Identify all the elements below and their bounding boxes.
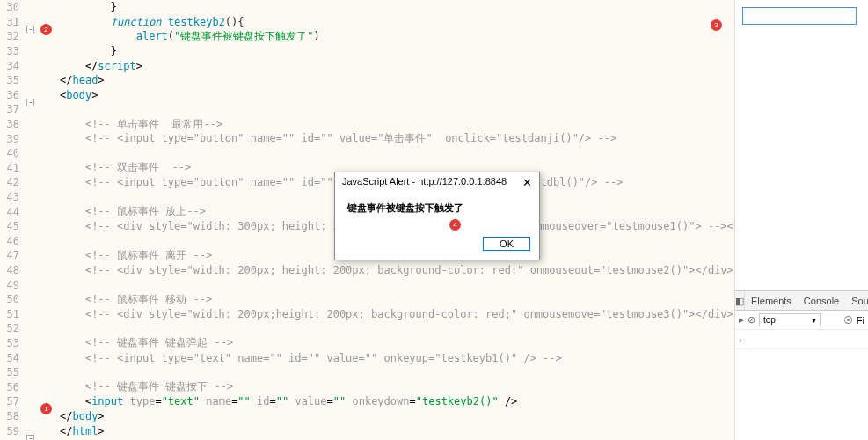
preview-text-input[interactable]: [742, 7, 857, 25]
code-content[interactable]: <body>: [60, 89, 734, 101]
tab-elements[interactable]: Elements: [745, 291, 798, 310]
code-line-33[interactable]: 33 }: [0, 44, 734, 59]
console-prompt[interactable]: ›: [739, 334, 742, 345]
code-line-52[interactable]: 52: [0, 321, 734, 336]
code-line-50[interactable]: 50 <!-- 鼠标事件 移动 -->: [0, 292, 734, 307]
code-content[interactable]: <!-- <input type="button" name="" id="" …: [60, 131, 734, 146]
code-content[interactable]: function testkeyb2(){: [60, 16, 734, 28]
code-content[interactable]: <!-- <input type="text" name="" id="" va…: [60, 352, 734, 364]
line-number: 49: [0, 279, 25, 291]
code-line-48[interactable]: 48 <!-- <div style="width: 200px; height…: [0, 263, 734, 278]
code-content[interactable]: <!-- <div style="width: 200px;height: 20…: [60, 308, 734, 320]
code-content[interactable]: <!-- 单击事件 最常用-->: [60, 117, 734, 132]
code-content[interactable]: </script>: [60, 60, 734, 72]
dialog-message: 键盘事件被键盘按下触发了: [347, 202, 463, 213]
code-line-49[interactable]: 49: [0, 277, 734, 292]
line-number: 55: [0, 366, 25, 378]
line-number: 43: [0, 191, 25, 203]
stop-icon[interactable]: ⊘: [748, 314, 755, 326]
error-badge-4: 4: [449, 219, 461, 231]
line-number: 35: [0, 74, 25, 86]
right-panel: ◧ Elements Console Sources ▸ ⊘ top▾ ⦿ Fi…: [734, 0, 868, 440]
context-selector[interactable]: top▾: [759, 313, 821, 326]
code-content[interactable]: <!-- 鼠标事件 移动 -->: [60, 292, 734, 307]
line-number: 56: [0, 381, 25, 393]
line-number: 33: [0, 45, 25, 57]
code-line-56[interactable]: 56 <!-- 键盘事件 键盘按下 -->: [0, 379, 734, 394]
line-number: 54: [0, 352, 25, 364]
code-content[interactable]: </body>: [60, 410, 734, 422]
code-content[interactable]: </html>: [60, 425, 734, 437]
line-number: 32: [0, 30, 25, 42]
tab-sources[interactable]: Sources: [845, 291, 868, 310]
code-line-55[interactable]: 55: [0, 365, 734, 380]
line-number: 31: [0, 16, 25, 28]
code-line-40[interactable]: 40: [0, 146, 734, 161]
code-content[interactable]: <!-- 键盘事件 键盘弹起 -->: [60, 335, 734, 350]
code-line-32[interactable]: 32 alert("键盘事件被键盘按下触发了"): [0, 29, 734, 44]
line-number: 39: [0, 133, 25, 145]
line-number: 58: [0, 410, 25, 422]
line-number: 41: [0, 162, 25, 174]
code-line-57[interactable]: 571 <input type="text" name="" id="" val…: [0, 394, 734, 409]
dialog-title: JavaScript Alert - http://127.0.0.1:8848: [342, 176, 507, 189]
code-line-54[interactable]: 54 <!-- <input type="text" name="" id=""…: [0, 350, 734, 365]
code-line-51[interactable]: 51 <!-- <div style="width: 200px;height:…: [0, 306, 734, 321]
line-number: 47: [0, 249, 25, 261]
code-content[interactable]: }: [60, 45, 734, 57]
code-line-59[interactable]: 59</html>: [0, 423, 734, 438]
code-content[interactable]: </head>: [60, 74, 734, 86]
line-number: 37: [0, 103, 25, 115]
code-line-53[interactable]: 53 <!-- 键盘事件 键盘弹起 -->: [0, 336, 734, 351]
code-line-58[interactable]: 58</body>: [0, 409, 734, 424]
line-number: 57: [0, 395, 25, 407]
line-number: 38: [0, 118, 25, 130]
line-number: 59: [0, 425, 25, 437]
line-number: 42: [0, 176, 25, 188]
code-content[interactable]: <!-- 键盘事件 键盘按下 -->: [60, 379, 734, 394]
line-number: 45: [0, 220, 25, 232]
close-icon[interactable]: ✕: [522, 176, 532, 189]
error-badge-3: 3: [711, 19, 722, 31]
code-line-31[interactable]: 312 function testkeyb2(){: [0, 15, 734, 30]
browser-preview: [735, 0, 868, 290]
code-line-38[interactable]: 38 <!-- 单击事件 最常用-->: [0, 117, 734, 132]
error-badge-2: 2: [40, 24, 52, 35]
line-number: 51: [0, 308, 25, 320]
code-line-37[interactable]: 37: [0, 102, 734, 117]
line-number: 30: [0, 1, 25, 13]
inspect-icon[interactable]: ◧: [735, 291, 745, 310]
code-content[interactable]: <input type="text" name="" id="" value="…: [60, 395, 734, 407]
code-line-39[interactable]: 39 <!-- <input type="button" name="" id=…: [0, 131, 734, 146]
line-number: 52: [0, 322, 25, 334]
play-icon[interactable]: ▸: [739, 314, 744, 326]
code-editor[interactable]: 30 }312 function testkeyb2(){32 alert("键…: [0, 0, 734, 440]
line-number: 48: [0, 264, 25, 276]
line-number: 44: [0, 206, 25, 218]
code-content[interactable]: }: [60, 1, 734, 13]
filter-label: Fi: [857, 315, 864, 326]
alert-dialog: JavaScript Alert - http://127.0.0.1:8848…: [334, 172, 540, 260]
tab-console[interactable]: Console: [798, 291, 845, 310]
code-line-35[interactable]: 35</head>: [0, 73, 734, 88]
line-number: 36: [0, 89, 25, 101]
code-line-36[interactable]: 36<body>: [0, 88, 734, 103]
code-content[interactable]: <!-- <div style="width: 200px; height: 2…: [60, 264, 734, 276]
code-content[interactable]: alert("键盘事件被键盘按下触发了"): [60, 29, 734, 44]
line-number: 46: [0, 235, 25, 247]
ok-button[interactable]: OK: [483, 237, 530, 251]
line-number: 34: [0, 60, 25, 72]
devtools-panel: ◧ Elements Console Sources ▸ ⊘ top▾ ⦿ Fi…: [735, 290, 868, 440]
code-line-34[interactable]: 34 </script>: [0, 58, 734, 73]
line-number: 40: [0, 147, 25, 159]
line-number: 53: [0, 337, 25, 349]
code-line-30[interactable]: 30 }: [0, 0, 734, 15]
line-number: 50: [0, 293, 25, 305]
